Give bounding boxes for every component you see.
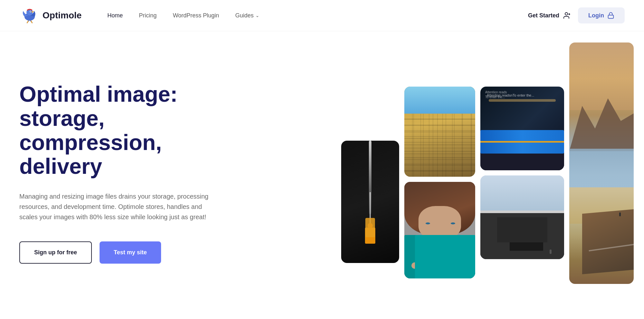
book-cover	[404, 235, 475, 278]
hero-title: Optimal image: storage, compression, del…	[19, 82, 245, 178]
figure-body	[365, 228, 375, 244]
logo-icon	[19, 6, 39, 25]
logo-area[interactable]: Optimole	[19, 6, 82, 25]
light-beam	[369, 141, 371, 214]
figure	[550, 249, 552, 254]
navbar: Optimole Home Pricing WordPress Plugin G…	[0, 0, 644, 31]
photo-coastal	[569, 42, 634, 284]
photo-architecture	[480, 175, 564, 259]
hero-image-collage: Attention readsTo enter the...	[322, 31, 644, 314]
svg-point-3	[30, 11, 31, 12]
cliff-road	[582, 209, 634, 274]
hero-buttons: Sign up for free Test my site	[19, 241, 245, 264]
photo-dark-figure	[341, 141, 399, 263]
ceiling-light	[489, 99, 556, 102]
user-plus-icon	[562, 12, 570, 19]
image-column-3: Attention readsTo enter the...	[480, 87, 564, 259]
svg-point-6	[565, 13, 568, 15]
logo-text: Optimole	[43, 10, 82, 21]
left-eye	[426, 222, 430, 224]
sky	[404, 87, 475, 114]
image-column-1	[341, 141, 399, 263]
svg-rect-9	[608, 15, 614, 18]
login-button[interactable]: Login	[578, 7, 625, 23]
train-stripe	[480, 141, 564, 143]
photo-woman-book	[404, 182, 475, 278]
arch-building	[480, 213, 564, 259]
nav-right: Get Started Login	[528, 7, 625, 23]
figure-head	[368, 223, 373, 228]
station-text: Attention readsTo enter the...	[485, 90, 507, 99]
arch-window	[510, 221, 543, 251]
get-started-button[interactable]: Get Started	[528, 12, 570, 19]
test-site-button[interactable]: Test my site	[100, 241, 161, 264]
road-figure	[619, 212, 621, 216]
chevron-down-icon: ⌄	[255, 13, 259, 18]
hero-section: Optimal image: storage, compression, del…	[0, 31, 644, 314]
lock-icon	[607, 12, 614, 19]
photo-train-station: Attention readsTo enter the...	[480, 87, 564, 170]
nav-links: Home Pricing WordPress Plugin Guides ⌄	[107, 12, 528, 19]
hand	[411, 262, 421, 269]
nav-pricing[interactable]: Pricing	[139, 12, 157, 19]
nav-wordpress-plugin[interactable]: WordPress Plugin	[173, 12, 219, 19]
signup-button[interactable]: Sign up for free	[19, 241, 92, 264]
mountain	[569, 91, 634, 151]
image-column-4	[569, 42, 634, 284]
image-column-2	[404, 87, 475, 278]
hero-content: Optimal image: storage, compression, del…	[19, 82, 245, 264]
hero-subtitle: Managing and resizing image files drains…	[19, 191, 219, 222]
nav-guides[interactable]: Guides ⌄	[235, 12, 259, 19]
nav-home[interactable]: Home	[107, 12, 123, 19]
photo-building	[404, 87, 475, 177]
arch-ledge	[480, 211, 564, 213]
